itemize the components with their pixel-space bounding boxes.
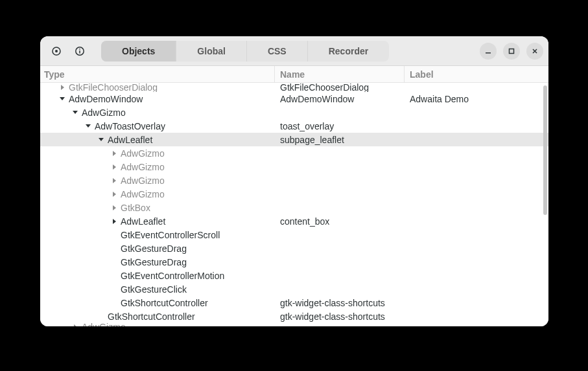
cell-type: AdwGizmo [40, 174, 275, 187]
cell-name: GtkFileChooserDialog [275, 83, 405, 91]
tree-row[interactable]: AdwToastOverlaytoast_overlay [40, 119, 548, 133]
close-button[interactable] [526, 43, 543, 60]
cell-label [405, 255, 548, 269]
chevron-right-icon[interactable] [109, 189, 119, 199]
view-switcher: Objects Global CSS Recorder [101, 41, 389, 62]
tree-row[interactable]: GtkShortcutControllergtk-widget-class-sh… [40, 309, 548, 323]
chevron-right-icon[interactable] [57, 83, 67, 92]
chevron-down-icon[interactable] [70, 107, 80, 118]
info-button[interactable] [69, 40, 91, 62]
cell-label [405, 187, 548, 201]
tree-row[interactable]: AdwLeafletsubpage_leaflet [40, 133, 548, 146]
type-text: AdwLeaflet [108, 135, 152, 145]
chevron-down-icon[interactable] [83, 121, 93, 131]
tab-global[interactable]: Global [176, 41, 247, 62]
cell-name [275, 282, 405, 296]
cell-label [405, 214, 548, 228]
cell-type: GtkBox [40, 201, 275, 214]
type-text: GtkShortcutController [108, 311, 195, 322]
tree-row[interactable]: AdwGizmo [40, 160, 548, 174]
cell-name [275, 201, 405, 214]
cell-name [275, 187, 405, 201]
svg-rect-4 [79, 49, 80, 50]
inspector-window: Objects Global CSS Recorder Type Name La… [40, 36, 548, 326]
tree-row[interactable]: GtkBox [40, 201, 548, 214]
cell-label [405, 323, 548, 326]
chevron-right-icon[interactable] [109, 216, 119, 227]
type-text: AdwGizmo [121, 189, 165, 199]
cell-name [275, 228, 405, 242]
tab-objects[interactable]: Objects [101, 41, 176, 62]
headerbar-left [45, 40, 91, 62]
type-text: AdwGizmo [82, 323, 126, 326]
cell-type: GtkShortcutController [40, 309, 275, 323]
cell-type: AdwGizmo [40, 323, 275, 326]
cell-type: GtkEventControllerScroll [40, 228, 275, 242]
chevron-right-icon[interactable] [70, 323, 80, 326]
target-picker-button[interactable] [45, 40, 67, 62]
cell-label [405, 201, 548, 214]
cell-label [405, 228, 548, 242]
expander-placeholder [109, 243, 119, 254]
type-text: GtkGestureClick [121, 284, 187, 295]
type-text: GtkEventControllerScroll [121, 230, 220, 240]
tree-row[interactable]: GtkGestureDrag [40, 242, 548, 255]
expander-placeholder [109, 284, 119, 295]
cell-type: GtkShortcutController [40, 296, 275, 309]
cell-name [275, 255, 405, 269]
column-header-name[interactable]: Name [275, 66, 405, 82]
scrollbar-vertical[interactable] [543, 85, 547, 215]
tree-row[interactable]: GtkEventControllerScroll [40, 228, 548, 242]
tree-row[interactable]: AdwGizmo [40, 106, 548, 119]
tree-row[interactable]: GtkGestureDrag [40, 255, 548, 269]
tree-row[interactable]: AdwLeafletcontent_box [40, 214, 548, 228]
tab-recorder[interactable]: Recorder [308, 41, 389, 62]
cell-name: subpage_leaflet [275, 133, 405, 146]
minimize-button[interactable] [480, 43, 497, 60]
cell-type: AdwLeaflet [40, 214, 275, 228]
object-tree[interactable]: GtkFileChooserDialogGtkFileChooserDialog… [40, 83, 548, 326]
expander-placeholder [109, 271, 119, 281]
info-icon [75, 46, 85, 56]
tree-row[interactable]: GtkFileChooserDialogGtkFileChooserDialog [40, 83, 548, 92]
maximize-button[interactable] [503, 43, 520, 60]
cell-type: AdwToastOverlay [40, 119, 275, 133]
type-text: AdwGizmo [82, 107, 126, 118]
tab-css[interactable]: CSS [247, 41, 308, 62]
svg-point-1 [55, 50, 58, 52]
cell-name [275, 160, 405, 174]
type-text: GtkBox [121, 203, 150, 213]
tree-row[interactable]: AdwGizmo [40, 146, 548, 160]
type-text: GtkEventControllerMotion [121, 271, 224, 281]
chevron-right-icon[interactable] [109, 175, 119, 186]
column-headers: Type Name Label [40, 66, 548, 83]
chevron-right-icon[interactable] [109, 203, 119, 213]
tree-row[interactable]: AdwGizmo [40, 187, 548, 201]
cell-type: AdwDemoWindow [40, 92, 275, 106]
chevron-down-icon[interactable] [96, 135, 106, 145]
chevron-right-icon[interactable] [109, 162, 119, 172]
cell-name [275, 242, 405, 255]
cell-label [405, 242, 548, 255]
chevron-down-icon[interactable] [57, 94, 67, 104]
svg-rect-3 [79, 51, 80, 54]
tree-row[interactable]: GtkShortcutControllergtk-widget-class-sh… [40, 296, 548, 309]
tree-row[interactable]: AdwGizmo [40, 323, 548, 326]
cell-name: content_box [275, 214, 405, 228]
tree-row[interactable]: AdwDemoWindowAdwDemoWindowAdwaita Demo [40, 92, 548, 106]
tree-row[interactable]: GtkGestureClick [40, 282, 548, 296]
cell-name: AdwDemoWindow [275, 92, 405, 106]
tree-row[interactable]: AdwGizmo [40, 174, 548, 187]
cell-name [275, 174, 405, 187]
cell-label [405, 83, 548, 91]
type-text: AdwGizmo [121, 175, 165, 186]
cell-label [405, 133, 548, 146]
column-header-type[interactable]: Type [40, 66, 275, 82]
cell-type: GtkGestureDrag [40, 255, 275, 269]
cell-type: GtkGestureDrag [40, 242, 275, 255]
cell-name: gtk-widget-class-shortcuts [275, 309, 405, 323]
chevron-right-icon[interactable] [109, 148, 119, 159]
type-text: AdwDemoWindow [69, 94, 143, 104]
tree-row[interactable]: GtkEventControllerMotion [40, 269, 548, 282]
column-header-label[interactable]: Label [405, 66, 548, 82]
